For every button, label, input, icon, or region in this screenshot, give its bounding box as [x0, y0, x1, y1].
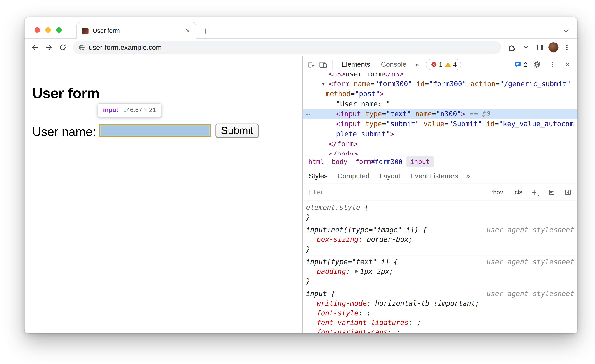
rendering-settings-button[interactable]	[546, 187, 557, 198]
syntax-token-attr: name	[415, 110, 432, 118]
reload-button[interactable]	[57, 42, 69, 53]
console-status-button[interactable]: 1 4	[426, 59, 461, 70]
tab-elements[interactable]: Elements	[336, 56, 375, 73]
profile-avatar[interactable]	[548, 42, 558, 52]
tab-computed[interactable]: Computed	[333, 168, 375, 184]
toolbar-right	[506, 42, 573, 53]
inspect-element-button[interactable]	[305, 59, 317, 70]
downloads-button[interactable]	[520, 42, 531, 53]
syntax-token-plain: :	[346, 267, 354, 275]
rule-selector[interactable]: input[type="text" i] {user agent stylesh…	[303, 257, 577, 266]
syntax-token-tag: </h3>	[383, 73, 404, 78]
syntax-token-plain: :	[358, 309, 367, 317]
window-close-button[interactable]	[35, 27, 40, 33]
syntax-token-tag: <form	[329, 80, 349, 88]
tree-row[interactable]: ⋯<input type="text" name="n300"> == $0	[303, 109, 577, 119]
tab-console[interactable]: Console	[376, 56, 412, 73]
css-property[interactable]: padding: 1px 2px;	[303, 266, 577, 276]
tab-layout[interactable]: Layout	[375, 168, 405, 184]
toggle-classes-button[interactable]: .cls	[510, 189, 525, 196]
tabstrip-chevron-icon[interactable]	[560, 25, 572, 36]
address-bar[interactable]: user-form.example.com	[73, 41, 501, 54]
tree-row[interactable]: plete_submit">	[303, 129, 577, 139]
show-sidebar-button[interactable]	[562, 187, 574, 198]
tree-row[interactable]: </form>	[303, 139, 577, 149]
more-sidebar-tabs-button[interactable]: »	[463, 172, 474, 180]
error-icon	[431, 61, 437, 68]
issues-button[interactable]: 2	[514, 61, 527, 68]
kebab-menu-icon	[564, 44, 571, 51]
css-property[interactable]: writing-mode: horizontal-tb !important;	[303, 298, 577, 308]
device-toolbar-button[interactable]	[317, 59, 329, 70]
syntax-token-plain: ;	[475, 299, 480, 307]
username-input[interactable]	[99, 124, 211, 137]
stylesheet-origin: user agent stylesheet	[482, 289, 574, 298]
css-property[interactable]: font-variant-ligatures: ;	[303, 318, 577, 327]
back-button[interactable]	[29, 42, 41, 53]
web-page: User form input 146.67 × 21 User name: S…	[25, 56, 302, 333]
forward-button[interactable]	[43, 42, 55, 53]
expand-shorthand-icon[interactable]	[355, 270, 358, 273]
devtools-menu-button[interactable]	[546, 59, 558, 70]
breadcrumb-item-body[interactable]: body	[328, 156, 351, 167]
tree-row[interactable]: "User name: "	[303, 99, 577, 109]
close-brace: }	[303, 244, 577, 254]
new-tab-button[interactable]	[200, 25, 211, 37]
username-label: User name:	[32, 125, 96, 139]
property-name: font-style	[317, 309, 358, 317]
tree-row[interactable]: <input type="submit" value="Submit" id="…	[303, 119, 577, 129]
syntax-token-plain: ;	[417, 318, 421, 326]
stylesheet-origin: user agent stylesheet	[482, 257, 574, 266]
breadcrumb-item-input[interactable]: input	[406, 156, 434, 167]
property-name: font-variant-ligatures	[317, 318, 408, 326]
syntax-token-plain: User form	[345, 73, 383, 78]
selector-text: element.style	[306, 202, 360, 212]
browser-menu-button[interactable]	[561, 42, 573, 53]
new-style-rule-button[interactable]: +	[530, 188, 541, 196]
side-panel-button[interactable]	[534, 42, 546, 53]
stage: User form ×	[0, 0, 595, 364]
window-minimize-button[interactable]	[45, 27, 51, 33]
device-toolbar-icon	[319, 60, 327, 69]
syntax-token-tag: <input	[336, 120, 361, 128]
tree-row[interactable]: </body>	[303, 149, 577, 155]
tab-event-listeners[interactable]: Event Listeners	[405, 168, 463, 184]
css-property[interactable]: box-sizing: border-box;	[303, 235, 577, 244]
syntax-token-val: "/generic_submit"	[500, 80, 571, 88]
window-zoom-button[interactable]	[56, 27, 62, 33]
syntax-token-attr: method	[326, 90, 351, 98]
rule-selector[interactable]: input {user agent stylesheet	[303, 289, 577, 298]
side-panel-icon	[536, 43, 544, 51]
devtools-settings-button[interactable]	[531, 59, 543, 70]
tree-row[interactable]: ▼<form name="form300" id="form300" actio…	[303, 79, 577, 89]
overflow-dots-icon[interactable]: ⋯	[305, 109, 310, 119]
expand-arrow-icon[interactable]: ▼	[322, 79, 325, 89]
syntax-token-plain	[419, 120, 424, 128]
error-count: 1	[439, 61, 443, 68]
globe-icon[interactable]	[78, 44, 85, 51]
rule-selector[interactable]: element.style {	[303, 202, 577, 212]
css-property[interactable]: font-style: ;	[303, 308, 577, 318]
filter-input[interactable]	[308, 188, 479, 196]
submit-button[interactable]: Submit	[215, 124, 259, 138]
breadcrumb-item-form[interactable]: form#form300	[351, 156, 406, 167]
syntax-token-val: "submit"	[386, 120, 419, 128]
extensions-button[interactable]	[506, 42, 517, 53]
breadcrumb-item-html[interactable]: html	[305, 156, 328, 167]
devtools-close-button[interactable]: ×	[562, 59, 574, 70]
syntax-token-val: "form300"	[375, 80, 412, 88]
toggle-hover-state-button[interactable]: :hov	[489, 189, 506, 196]
tree-row[interactable]: <h3>User form</h3>	[303, 73, 577, 79]
browser-window: User form ×	[25, 17, 577, 333]
tooltip-tag-name: input	[103, 107, 118, 114]
rule-selector[interactable]: input:not([type="image" i]) {user agent …	[303, 225, 577, 235]
more-panels-button[interactable]: »	[412, 60, 422, 69]
tab-close-icon[interactable]: ×	[184, 27, 191, 35]
tree-row[interactable]: method="post">	[303, 89, 577, 99]
syntax-token-plain	[349, 80, 354, 88]
tab-styles[interactable]: Styles	[304, 168, 333, 184]
property-name: padding	[317, 267, 346, 275]
browser-tab[interactable]: User form ×	[76, 22, 196, 39]
filter-separator	[484, 187, 484, 198]
css-property[interactable]: font-variant-caps: ;	[303, 327, 577, 333]
